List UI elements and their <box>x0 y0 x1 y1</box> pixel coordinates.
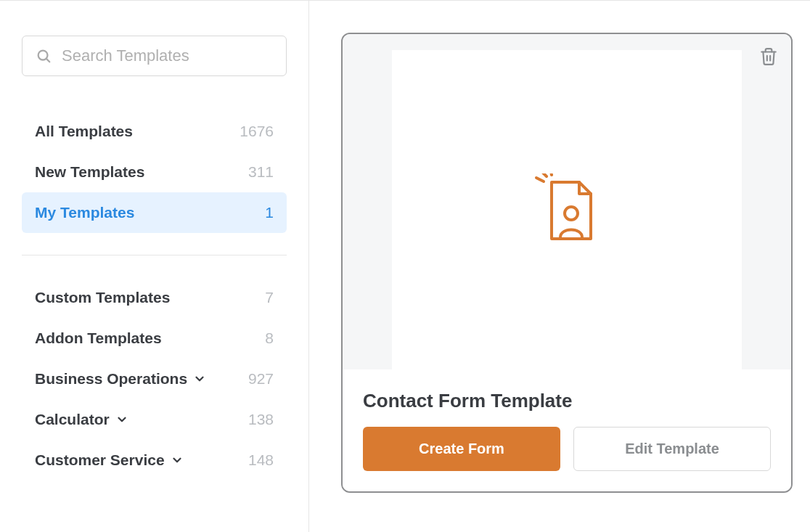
sidebar-item-business-operations[interactable]: Business Operations 927 <box>22 359 287 399</box>
chevron-down-icon <box>171 454 184 467</box>
sidebar-item-count: 148 <box>248 451 274 469</box>
svg-line-5 <box>550 173 552 175</box>
template-title: Contact Form Template <box>363 390 771 412</box>
search-input[interactable] <box>62 46 273 65</box>
sidebar-item-count: 311 <box>248 163 274 181</box>
svg-line-6 <box>536 178 544 181</box>
chevron-down-icon <box>115 413 128 426</box>
edit-template-button[interactable]: Edit Template <box>573 427 771 471</box>
search-icon <box>36 48 52 64</box>
sidebar-item-label: My Templates <box>35 204 134 221</box>
template-actions: Create Form Edit Template <box>363 427 771 471</box>
sidebar-item-count: 8 <box>265 330 274 347</box>
template-preview-inner <box>392 50 742 369</box>
search-input-wrapper[interactable] <box>22 36 287 76</box>
sidebar-item-label: Customer Service <box>35 451 165 469</box>
sidebar-item-count: 7 <box>265 289 274 306</box>
sidebar-item-label: Calculator <box>35 411 110 428</box>
sidebar-item-my-templates[interactable]: My Templates 1 <box>22 192 287 233</box>
sidebar-item-custom-templates[interactable]: Custom Templates 7 <box>22 277 287 318</box>
sidebar-item-count: 927 <box>248 370 274 388</box>
filter-list-categories: Custom Templates 7 Addon Templates 8 Bus… <box>22 277 287 480</box>
sidebar-item-all-templates[interactable]: All Templates 1676 <box>22 111 287 152</box>
sidebar-item-calculator[interactable]: Calculator 138 <box>22 399 287 440</box>
svg-point-7 <box>565 207 578 220</box>
sidebar-item-label: New Templates <box>35 163 144 181</box>
sidebar-item-label: Custom Templates <box>35 289 170 306</box>
svg-line-4 <box>541 173 547 176</box>
sidebar-item-count: 138 <box>248 411 274 428</box>
sidebar-item-label: All Templates <box>35 123 133 140</box>
svg-line-1 <box>46 59 49 62</box>
sidebar-item-customer-service[interactable]: Customer Service 148 <box>22 440 287 480</box>
sidebar-divider <box>22 255 287 255</box>
sidebar-item-label: Addon Templates <box>35 330 162 347</box>
sidebar-item-count: 1676 <box>240 123 274 140</box>
content: Contact Form Template Create Form Edit T… <box>309 1 810 532</box>
sidebar: All Templates 1676 New Templates 311 My … <box>0 1 309 532</box>
trash-icon[interactable] <box>759 47 778 66</box>
sidebar-item-count: 1 <box>265 204 274 221</box>
template-card: Contact Form Template Create Form Edit T… <box>341 33 793 493</box>
sidebar-item-new-templates[interactable]: New Templates 311 <box>22 152 287 192</box>
template-card-footer: Contact Form Template Create Form Edit T… <box>343 369 791 491</box>
sidebar-item-addon-templates[interactable]: Addon Templates 8 <box>22 318 287 359</box>
create-form-button[interactable]: Create Form <box>363 427 560 471</box>
template-preview <box>343 34 791 369</box>
chevron-down-icon <box>193 372 206 385</box>
filter-list-primary: All Templates 1676 New Templates 311 My … <box>22 111 287 233</box>
sidebar-item-label: Business Operations <box>35 370 187 388</box>
contact-form-icon <box>534 173 600 246</box>
